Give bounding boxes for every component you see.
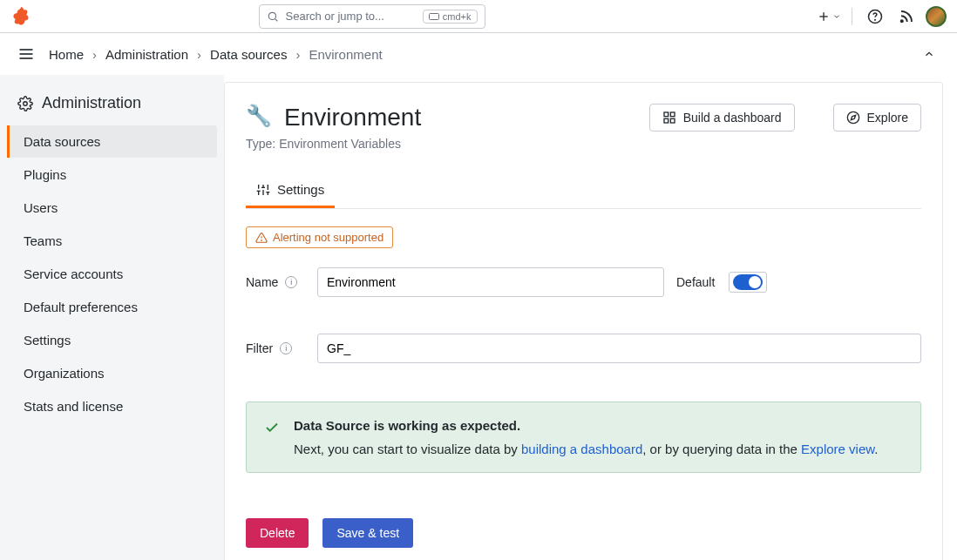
svg-point-17 bbox=[847, 111, 859, 123]
svg-point-1 bbox=[268, 12, 275, 19]
page-subtitle: Type: Environment Variables bbox=[246, 137, 421, 151]
svg-point-8 bbox=[901, 20, 903, 22]
check-icon bbox=[264, 420, 280, 456]
alerting-not-supported-badge: Alerting not supported bbox=[246, 226, 393, 248]
sidebar-item-data-sources[interactable]: Data sources bbox=[7, 125, 217, 158]
sidebar-item-stats-license[interactable]: Stats and license bbox=[7, 390, 217, 422]
svg-line-2 bbox=[275, 18, 277, 21]
breadcrumb-data-sources[interactable]: Data sources bbox=[210, 47, 287, 62]
filter-label: Filter i bbox=[246, 341, 309, 355]
name-label: Name i bbox=[246, 275, 309, 289]
sidebar-item-default-preferences[interactable]: Default preferences bbox=[7, 291, 217, 323]
alert-title: Data Source is working as expected. bbox=[294, 418, 878, 433]
explore-button[interactable]: Explore bbox=[833, 104, 921, 132]
gear-icon bbox=[17, 96, 33, 111]
menu-toggle-button[interactable] bbox=[16, 44, 37, 64]
filter-input[interactable] bbox=[317, 334, 921, 363]
sidebar-item-teams[interactable]: Teams bbox=[7, 225, 217, 257]
search-input[interactable]: Search or jump to... cmd+k bbox=[259, 4, 485, 29]
page-title: Environment bbox=[284, 104, 421, 132]
build-dashboard-link[interactable]: building a dashboard bbox=[521, 442, 642, 456]
chevron-right-icon: › bbox=[295, 47, 300, 62]
save-test-button[interactable]: Save & test bbox=[322, 518, 413, 548]
info-icon[interactable]: i bbox=[280, 342, 292, 354]
sliders-icon bbox=[256, 183, 270, 197]
default-toggle[interactable] bbox=[729, 272, 767, 293]
name-input[interactable] bbox=[317, 267, 664, 297]
svg-point-12 bbox=[24, 101, 28, 105]
datasource-icon: 🔧 bbox=[246, 105, 272, 126]
grafana-logo-icon[interactable] bbox=[10, 6, 31, 27]
chevron-right-icon: › bbox=[92, 47, 97, 62]
svg-rect-13 bbox=[664, 112, 669, 117]
svg-rect-3 bbox=[429, 13, 438, 19]
breadcrumb-administration[interactable]: Administration bbox=[105, 47, 188, 62]
alert-subtitle: Next, you can start to visualize data by… bbox=[294, 442, 878, 456]
dashboard-icon bbox=[662, 111, 676, 125]
sidebar-item-plugins[interactable]: Plugins bbox=[7, 159, 217, 191]
breadcrumb: Home › Administration › Data sources › E… bbox=[49, 47, 383, 62]
sidebar-item-service-accounts[interactable]: Service accounts bbox=[7, 258, 217, 290]
search-kbd-hint: cmd+k bbox=[423, 10, 478, 24]
svg-point-7 bbox=[875, 19, 876, 20]
default-label: Default bbox=[676, 275, 715, 289]
svg-marker-18 bbox=[851, 115, 855, 119]
info-icon[interactable]: i bbox=[285, 276, 297, 288]
sidebar-item-settings[interactable]: Settings bbox=[7, 324, 217, 356]
rss-button[interactable] bbox=[894, 4, 919, 29]
build-dashboard-button[interactable]: Build a dashboard bbox=[649, 104, 795, 132]
compass-icon bbox=[846, 111, 860, 125]
svg-rect-16 bbox=[670, 118, 675, 123]
svg-rect-15 bbox=[664, 118, 669, 123]
delete-button[interactable]: Delete bbox=[246, 518, 309, 548]
add-menu-button[interactable] bbox=[817, 4, 841, 29]
help-button[interactable] bbox=[863, 4, 887, 29]
divider bbox=[852, 8, 852, 25]
sidebar-item-organizations[interactable]: Organizations bbox=[7, 357, 217, 389]
breadcrumb-current: Environment bbox=[309, 47, 382, 62]
tab-settings[interactable]: Settings bbox=[246, 173, 335, 208]
warning-icon bbox=[255, 232, 268, 244]
search-placeholder: Search or jump to... bbox=[286, 10, 384, 23]
explore-view-link[interactable]: Explore view bbox=[801, 442, 874, 456]
collapse-button[interactable] bbox=[917, 42, 941, 66]
avatar[interactable] bbox=[926, 6, 947, 27]
sidebar: Administration Data sources Plugins User… bbox=[0, 75, 224, 560]
sidebar-item-users[interactable]: Users bbox=[7, 192, 217, 224]
svg-point-29 bbox=[261, 240, 262, 240]
svg-rect-14 bbox=[670, 112, 675, 117]
sidebar-title: Administration bbox=[7, 94, 217, 125]
success-alert: Data Source is working as expected. Next… bbox=[246, 401, 921, 473]
breadcrumb-home[interactable]: Home bbox=[49, 47, 84, 62]
chevron-right-icon: › bbox=[197, 47, 201, 62]
